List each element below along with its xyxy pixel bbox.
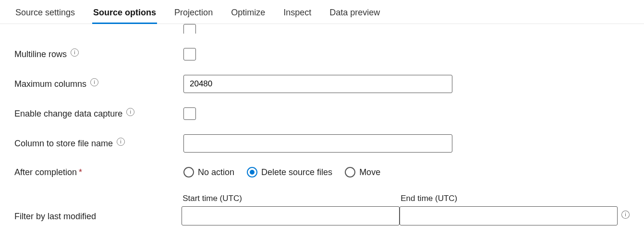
row-enable-cdc: Enable change data capture i bbox=[14, 107, 630, 120]
multiline-rows-label: Multiline rows bbox=[14, 49, 67, 59]
row-after-completion: After completion * No action Delete sour… bbox=[14, 167, 630, 177]
radio-move[interactable]: Move bbox=[345, 167, 380, 177]
start-time-input[interactable] bbox=[182, 206, 400, 225]
radio-no-action-label: No action bbox=[198, 167, 234, 177]
list-of-files-checkbox[interactable] bbox=[183, 24, 196, 34]
required-asterisk: * bbox=[79, 167, 82, 177]
tab-inspect[interactable]: Inspect bbox=[282, 4, 312, 24]
column-store-filename-input[interactable] bbox=[183, 134, 452, 153]
enable-cdc-label: Enable change data capture bbox=[14, 109, 122, 119]
row-filter-by-last-modified: Filter by last modified Start time (UTC)… bbox=[14, 194, 630, 225]
tab-source-options[interactable]: Source options bbox=[92, 4, 157, 24]
row-column-store-filename: Column to store file name i bbox=[14, 134, 630, 153]
after-completion-radio-group: No action Delete source files Move bbox=[183, 167, 380, 177]
multiline-rows-checkbox[interactable] bbox=[183, 48, 196, 60]
column-store-filename-label: Column to store file name bbox=[14, 139, 113, 149]
tab-projection[interactable]: Projection bbox=[173, 4, 214, 24]
radio-move-label: Move bbox=[359, 167, 380, 177]
form-content: Multiline rows i Maximum columns i Enabl… bbox=[0, 24, 644, 225]
radio-delete-source-files[interactable]: Delete source files bbox=[247, 167, 332, 177]
filter-by-last-modified-label: Filter by last modified bbox=[14, 212, 96, 222]
start-time-group: Start time (UTC) bbox=[182, 194, 400, 225]
info-icon[interactable]: i bbox=[71, 48, 79, 57]
start-time-header: Start time (UTC) bbox=[182, 194, 400, 203]
end-time-group: End time (UTC) bbox=[400, 194, 618, 225]
radio-no-action[interactable]: No action bbox=[183, 167, 234, 177]
info-icon[interactable]: i bbox=[90, 78, 98, 86]
tab-optimize[interactable]: Optimize bbox=[230, 4, 266, 24]
row-multiline-rows: Multiline rows i bbox=[14, 48, 630, 60]
end-time-header: End time (UTC) bbox=[400, 194, 618, 203]
enable-cdc-checkbox[interactable] bbox=[183, 107, 196, 120]
info-icon[interactable]: i bbox=[117, 138, 125, 146]
tabs-bar: Source settings Source options Projectio… bbox=[0, 0, 644, 24]
info-icon[interactable]: i bbox=[126, 108, 134, 116]
tab-source-settings[interactable]: Source settings bbox=[14, 4, 76, 24]
after-completion-label: After completion bbox=[14, 167, 77, 177]
radio-circle-icon bbox=[345, 167, 355, 177]
row-list-of-files-cut bbox=[14, 24, 630, 34]
tab-data-preview[interactable]: Data preview bbox=[328, 4, 381, 24]
end-time-input[interactable] bbox=[400, 206, 618, 225]
row-maximum-columns: Maximum columns i bbox=[14, 75, 630, 93]
maximum-columns-label: Maximum columns bbox=[14, 79, 86, 89]
radio-circle-icon bbox=[247, 167, 257, 177]
info-icon[interactable]: i bbox=[621, 211, 630, 219]
maximum-columns-input[interactable] bbox=[183, 75, 452, 93]
radio-circle-icon bbox=[183, 167, 194, 177]
radio-delete-label: Delete source files bbox=[261, 167, 332, 177]
